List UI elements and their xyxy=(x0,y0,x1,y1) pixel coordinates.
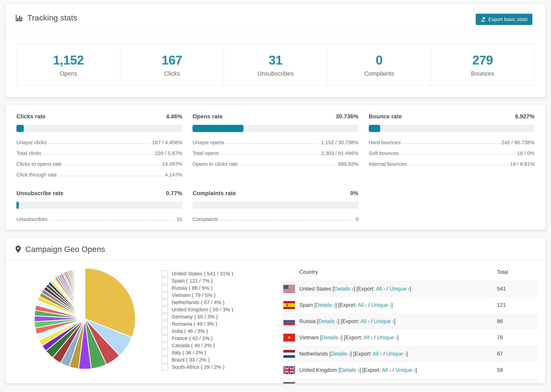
total-cell: 67 xyxy=(497,351,538,357)
details-link[interactable]: Details › xyxy=(324,383,344,384)
rate-value: 6.927% xyxy=(515,113,535,120)
total-cell: 59 xyxy=(497,367,538,373)
rate-detail-row: Unique opens1,152 / 30.736% xyxy=(192,140,358,145)
pie-slice[interactable] xyxy=(85,268,85,319)
legend-swatch xyxy=(162,364,168,370)
rate-detail-row: Click through rate4.147% xyxy=(16,172,182,178)
total-cell: 121 xyxy=(497,302,538,308)
stat-box-clicks: 167Clicks xyxy=(120,44,224,85)
rate-detail-row: Total clicks220 / 5.87% xyxy=(16,150,182,156)
stat-box-unsubscribes: 31Unsubscribes xyxy=(224,44,327,85)
legend-label: Vietnam ( 79 / 5% ) xyxy=(172,292,215,298)
geo-table-row-united-kingdom: United Kingdom [Details ›] [Export: All … xyxy=(281,362,538,378)
details-link[interactable]: Details › xyxy=(316,302,335,308)
rates-grid: Clicks rate4.46%Unique clicks167 / 4.456… xyxy=(6,105,545,222)
geo-table-row-united-states: United States [Details ›] [Export: All ›… xyxy=(281,281,538,297)
stat-box-bounces: 279Bounces xyxy=(431,44,535,85)
details-link[interactable]: Details › xyxy=(322,335,341,341)
legend-item-south-africa: South Africa ( 29 / 2% ) xyxy=(162,364,281,371)
rate-progress-track xyxy=(192,125,358,132)
stat-label: Opens xyxy=(60,70,77,77)
stat-label: Clicks xyxy=(164,70,180,77)
detail-label: Click through rate xyxy=(16,172,57,178)
total-cell: 55 xyxy=(497,383,538,384)
geo-pie-chart xyxy=(34,267,136,370)
export-all-link[interactable]: All › xyxy=(376,286,385,292)
dotted-leader xyxy=(226,143,319,144)
legend-item-brazil: Brazil ( 33 / 2% ) xyxy=(162,356,281,364)
rates-card: Clicks rate4.46%Unique clicks167 / 4.456… xyxy=(6,105,545,230)
detail-value: 14.497% xyxy=(162,161,182,167)
detail-value: 689.82% xyxy=(338,161,358,167)
detail-value: 242 / 86.738% xyxy=(501,140,535,145)
geo-table-row-germany: Germany [Details ›] [Export: All › / Uni… xyxy=(281,378,538,384)
detail-value: 220 / 5.87% xyxy=(155,150,182,156)
export-all-link[interactable]: All › xyxy=(382,367,391,373)
dotted-leader xyxy=(59,176,162,176)
russia-flag-icon xyxy=(283,317,295,325)
legend-item-romania: Romania ( 49 / 3% ) xyxy=(162,320,281,328)
geo-table-body: United States [Details ›] [Export: All ›… xyxy=(281,281,538,384)
dotted-leader xyxy=(44,154,152,155)
geo-table-row-russia: Russia [Details ›] [Export: All › / Uniq… xyxy=(281,313,538,329)
country-cell: Vietnam [Details ›] [Export: All › / Uni… xyxy=(299,335,497,341)
legend-label: United States ( 541 / 31% ) xyxy=(172,271,233,277)
legend-swatch xyxy=(162,328,168,334)
rate-progress-fill xyxy=(16,125,24,132)
export-icon xyxy=(480,17,486,22)
legend-label: South Africa ( 29 / 2% ) xyxy=(172,364,224,370)
export-unique-link[interactable]: Unique › xyxy=(377,335,397,341)
legend-swatch xyxy=(162,285,168,291)
geo-table-header: Country Total xyxy=(281,264,538,281)
details-link[interactable]: Details › xyxy=(334,286,353,292)
rate-detail-row: Opens to clicks rate689.82% xyxy=(192,161,358,167)
tracking-stats-card: Tracking stats Export basic stats 1,152O… xyxy=(6,4,545,98)
netherlands-flag-icon xyxy=(283,350,295,358)
stat-box-complaints: 0Complaints xyxy=(327,44,431,85)
geo-pie-wrap xyxy=(13,263,162,370)
detail-value: 18 / 0% xyxy=(517,150,535,156)
export-unique-link[interactable]: Unique › xyxy=(380,383,400,384)
legend-swatch xyxy=(162,314,168,320)
country-cell: Netherlands [Details ›] [Export: All › /… xyxy=(299,351,497,357)
export-unique-link[interactable]: Unique › xyxy=(371,302,391,308)
export-unique-link[interactable]: Unique › xyxy=(389,286,410,292)
details-link[interactable]: Details › xyxy=(318,318,338,324)
geo-table-row-netherlands: Netherlands [Details ›] [Export: All › /… xyxy=(281,346,538,362)
export-all-link[interactable]: All › xyxy=(373,351,382,357)
legend-label: Romania ( 49 / 3% ) xyxy=(172,321,217,327)
details-link[interactable]: Details › xyxy=(340,367,360,373)
dotted-leader xyxy=(240,165,336,165)
geo-header: Campaign Geo Opens xyxy=(6,238,545,260)
export-all-link[interactable]: All › xyxy=(366,383,375,384)
detail-value: 2,303 / 61.446% xyxy=(321,150,359,156)
detail-value: 1,152 / 30.736% xyxy=(321,140,359,145)
export-all-link[interactable]: All › xyxy=(360,318,369,324)
legend-swatch xyxy=(162,299,168,306)
rate-section-complaints-rate: Complaints rate0%Complaints0 xyxy=(192,190,358,222)
legend-label: India ( 46 / 3% ) xyxy=(172,328,208,334)
page-title: Tracking stats xyxy=(27,13,77,22)
geo-table-row-vietnam: Vietnam [Details ›] [Export: All › / Uni… xyxy=(281,329,538,346)
export-unique-link[interactable]: Unique › xyxy=(396,367,416,373)
legend-item-united-kingdom: United Kingdom ( 59 / 3% ) xyxy=(162,306,281,313)
export-all-link[interactable]: All › xyxy=(363,335,373,341)
export-all-link[interactable]: All › xyxy=(358,302,367,308)
legend-item-canada: Canada ( 40 / 2% ) xyxy=(162,342,281,349)
export-unique-link[interactable]: Unique › xyxy=(386,351,406,357)
export-basic-stats-button[interactable]: Export basic stats xyxy=(476,14,532,25)
detail-label: Clicks to opens rate xyxy=(16,161,61,167)
legend-item-spain: Spain ( 121 / 7% ) xyxy=(162,277,281,284)
germany-flag-icon xyxy=(283,382,295,384)
legend-swatch xyxy=(162,321,168,327)
stat-label: Unsubscribes xyxy=(257,70,294,77)
dotted-leader xyxy=(221,154,319,155)
rate-title: Clicks rate xyxy=(16,113,46,120)
dotted-leader xyxy=(401,154,515,155)
details-link[interactable]: Details › xyxy=(331,351,350,357)
legend-label: Italy ( 36 / 2% ) xyxy=(172,350,206,356)
export-unique-link[interactable]: Unique › xyxy=(374,318,394,324)
rate-title: Opens rate xyxy=(192,113,222,120)
legend-label: Brazil ( 33 / 2% ) xyxy=(172,357,210,363)
map-pin-icon xyxy=(15,245,21,253)
